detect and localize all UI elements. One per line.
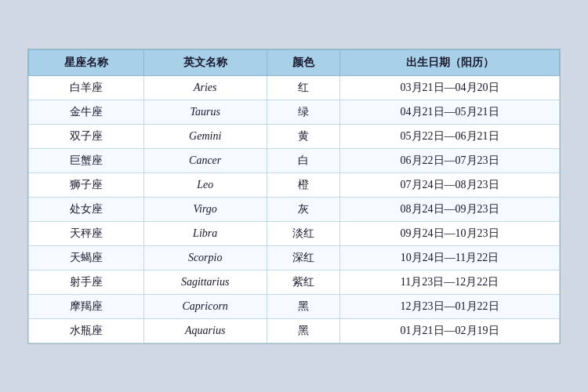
header-col-1: 英文名称 <box>143 49 267 75</box>
table-row: 巨蟹座Cancer白06月22日—07月23日 <box>29 148 560 172</box>
table-cell-6-1: Libra <box>143 221 267 245</box>
table-cell-8-0: 射手座 <box>29 270 144 294</box>
table-cell-7-0: 天蝎座 <box>29 245 144 270</box>
table-cell-2-1: Gemini <box>143 124 267 148</box>
table-header-row: 星座名称英文名称颜色出生日期（阳历） <box>29 49 560 75</box>
table-cell-0-1: Aries <box>143 75 267 100</box>
table-cell-5-0: 处女座 <box>29 197 144 221</box>
table-row: 狮子座Leo橙07月24日—08月23日 <box>29 172 560 197</box>
table-cell-5-2: 灰 <box>267 197 339 221</box>
table-cell-3-0: 巨蟹座 <box>29 148 144 172</box>
table-cell-6-3: 09月24日—10月23日 <box>340 221 560 245</box>
table-cell-9-0: 摩羯座 <box>29 294 144 318</box>
table-cell-1-2: 绿 <box>267 100 339 124</box>
table-cell-9-3: 12月23日—01月22日 <box>340 294 560 318</box>
table-row: 天秤座Libra淡红09月24日—10月23日 <box>29 221 560 245</box>
table-cell-4-3: 07月24日—08月23日 <box>340 172 560 197</box>
zodiac-table-wrapper: 星座名称英文名称颜色出生日期（阳历） 白羊座Aries红03月21日—04月20… <box>27 49 561 344</box>
table-cell-9-1: Capricorn <box>143 294 267 318</box>
table-cell-3-1: Cancer <box>143 148 267 172</box>
table-cell-3-3: 06月22日—07月23日 <box>340 148 560 172</box>
table-cell-0-3: 03月21日—04月20日 <box>340 75 560 100</box>
table-cell-8-3: 11月23日—12月22日 <box>340 270 560 294</box>
table-cell-10-1: Aquarius <box>143 318 267 343</box>
table-cell-5-3: 08月24日—09月23日 <box>340 197 560 221</box>
table-cell-7-2: 深红 <box>267 245 339 270</box>
table-cell-4-2: 橙 <box>267 172 339 197</box>
table-cell-4-1: Leo <box>143 172 267 197</box>
table-cell-8-1: Sagittarius <box>143 270 267 294</box>
table-cell-3-2: 白 <box>267 148 339 172</box>
zodiac-table: 星座名称英文名称颜色出生日期（阳历） 白羊座Aries红03月21日—04月20… <box>28 49 560 343</box>
header-col-3: 出生日期（阳历） <box>340 49 560 75</box>
table-cell-9-2: 黑 <box>267 294 339 318</box>
table-cell-1-0: 金牛座 <box>29 100 144 124</box>
table-cell-0-2: 红 <box>267 75 339 100</box>
table-cell-4-0: 狮子座 <box>29 172 144 197</box>
table-cell-6-2: 淡红 <box>267 221 339 245</box>
table-row: 处女座Virgo灰08月24日—09月23日 <box>29 197 560 221</box>
table-body: 白羊座Aries红03月21日—04月20日金牛座Taurus绿04月21日—0… <box>29 75 560 343</box>
table-cell-8-2: 紫红 <box>267 270 339 294</box>
table-cell-10-2: 黑 <box>267 318 339 343</box>
table-cell-10-3: 01月21日—02月19日 <box>340 318 560 343</box>
table-cell-2-2: 黄 <box>267 124 339 148</box>
header-col-2: 颜色 <box>267 49 339 75</box>
table-cell-7-1: Scorpio <box>143 245 267 270</box>
table-cell-2-3: 05月22日—06月21日 <box>340 124 560 148</box>
table-cell-2-0: 双子座 <box>29 124 144 148</box>
table-cell-7-3: 10月24日—11月22日 <box>340 245 560 270</box>
header-col-0: 星座名称 <box>29 49 144 75</box>
table-cell-6-0: 天秤座 <box>29 221 144 245</box>
table-row: 摩羯座Capricorn黑12月23日—01月22日 <box>29 294 560 318</box>
table-row: 天蝎座Scorpio深红10月24日—11月22日 <box>29 245 560 270</box>
table-row: 水瓶座Aquarius黑01月21日—02月19日 <box>29 318 560 343</box>
table-cell-1-3: 04月21日—05月21日 <box>340 100 560 124</box>
table-cell-0-0: 白羊座 <box>29 75 144 100</box>
table-row: 金牛座Taurus绿04月21日—05月21日 <box>29 100 560 124</box>
table-row: 白羊座Aries红03月21日—04月20日 <box>29 75 560 100</box>
table-row: 射手座Sagittarius紫红11月23日—12月22日 <box>29 270 560 294</box>
table-cell-5-1: Virgo <box>143 197 267 221</box>
table-cell-1-1: Taurus <box>143 100 267 124</box>
table-cell-10-0: 水瓶座 <box>29 318 144 343</box>
table-row: 双子座Gemini黄05月22日—06月21日 <box>29 124 560 148</box>
